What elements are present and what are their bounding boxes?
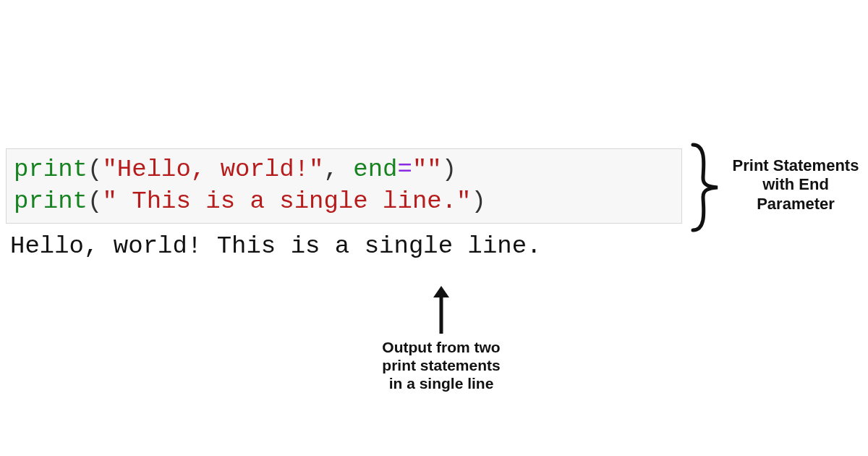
- svg-marker-1: [433, 286, 449, 297]
- code-token-equals: =: [398, 156, 412, 183]
- arrow-annotation-label: Output from two print statements in a si…: [376, 339, 506, 392]
- brace-annotation-label: Print Statements with End Parameter: [731, 156, 861, 214]
- code-token-comma: ,: [324, 156, 354, 183]
- code-token-func: print: [14, 156, 88, 183]
- output-line: Hello, world! This is a single line.: [6, 224, 682, 260]
- code-token-string: "Hello, world!": [102, 156, 323, 183]
- curly-brace-icon: [687, 140, 723, 237]
- code-token-paren-open: (: [88, 187, 102, 215]
- code-token-paren-open: (: [88, 156, 102, 183]
- code-token-string-empty: "": [412, 156, 442, 183]
- code-token-paren-close: ): [442, 156, 456, 183]
- code-token-paren-close: ): [472, 187, 486, 215]
- code-and-output: print("Hello, world!", end="") print(" T…: [6, 148, 682, 260]
- code-block: print("Hello, world!", end="") print(" T…: [6, 148, 682, 224]
- code-token-keyword-end: end: [353, 156, 397, 183]
- code-token-func: print: [14, 187, 88, 215]
- arrow-up-icon: [430, 286, 452, 337]
- code-token-string: " This is a single line.": [102, 187, 471, 215]
